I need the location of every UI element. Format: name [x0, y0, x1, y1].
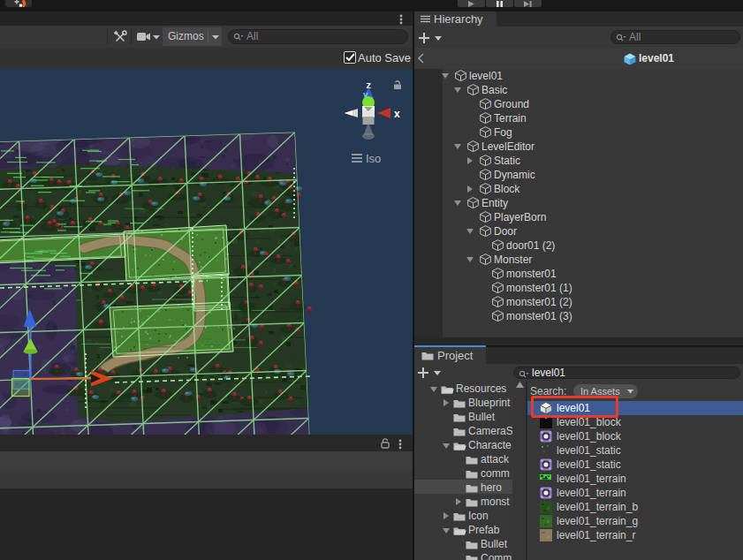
svg-text:x: x — [394, 108, 400, 120]
svg-text:Iso: Iso — [366, 152, 381, 165]
